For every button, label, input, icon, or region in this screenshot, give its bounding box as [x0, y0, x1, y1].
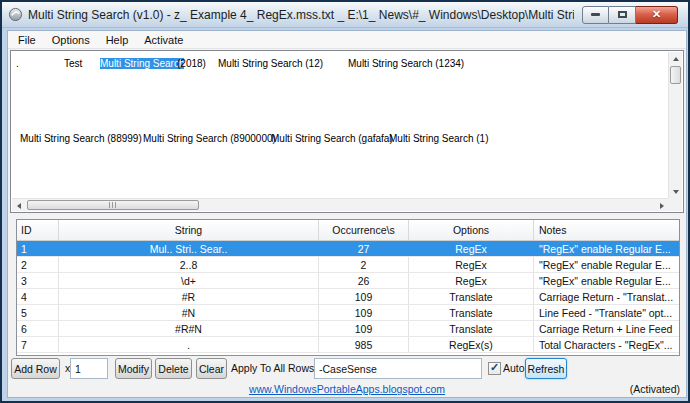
cell-string: #R	[59, 289, 319, 304]
menu-bar: FileOptionsHelpActivate	[8, 31, 686, 49]
minimize-button[interactable]	[582, 6, 609, 24]
minimize-icon	[591, 13, 600, 16]
cell-options: Translate	[409, 321, 534, 336]
table-row[interactable]: 22..82RegEx"RegEx" enable Regular E...	[17, 257, 679, 273]
viewer-text-segment: Test	[64, 58, 82, 69]
cell-id: 7	[17, 337, 59, 352]
auto-label: Auto	[503, 362, 525, 374]
cell-options: Translate	[409, 305, 534, 320]
viewer-text-segment: Multi String Search (88999)	[20, 133, 142, 144]
clear-button[interactable]: Clear	[196, 358, 227, 379]
cell-options: RegEx	[409, 241, 534, 256]
table-header-row: IDStringOccurrence\sOptionsNotes	[17, 220, 679, 241]
cell-occurrences: 985	[319, 337, 409, 352]
scrollbar-corner	[668, 198, 682, 211]
cell-occurrences: 109	[319, 305, 409, 320]
cell-string: #R#N	[59, 321, 319, 336]
close-button[interactable]: ✕	[636, 6, 678, 24]
table-row[interactable]: 6#R#N109TranslateCarriage Return + Line …	[17, 321, 679, 337]
vertical-scroll-thumb[interactable]	[670, 66, 681, 84]
controls-bar: Add Row x Modify Delete Clear Apply To A…	[8, 358, 686, 382]
cell-id: 6	[17, 321, 59, 336]
search-text-viewer[interactable]: .TestMulti String Search(2018)Multi Stri…	[10, 50, 684, 213]
cell-occurrences: 27	[319, 241, 409, 256]
add-row-button[interactable]: Add Row	[11, 358, 60, 379]
vertical-scrollbar[interactable]	[668, 52, 682, 198]
activated-status: (Activated)	[630, 383, 680, 395]
cell-occurrences: 109	[319, 289, 409, 304]
results-table: IDStringOccurrence\sOptionsNotes 1Mul.. …	[16, 219, 680, 356]
cell-notes: Carriage Return + Line Feed	[534, 321, 679, 336]
table-body: 1Mul.. Stri.. Sear..27RegEx"RegEx" enabl…	[17, 241, 679, 353]
menu-item-options[interactable]: Options	[44, 32, 98, 48]
viewer-text-segment: Multi String Search (1234)	[348, 58, 464, 69]
cell-string: #N	[59, 305, 319, 320]
title-bar: Multi String Search (v1.0) - z_ Example …	[2, 2, 688, 28]
auto-checkbox[interactable]: ✓	[488, 362, 501, 375]
checkmark-icon: ✓	[490, 362, 499, 373]
table-row[interactable]: 5#N109TranslateLine Feed - "Translate" o…	[17, 305, 679, 321]
table-row[interactable]: 7.985RegEx(s)Total Characters - "RegEx".…	[17, 337, 679, 353]
maximize-button[interactable]	[609, 6, 636, 24]
cell-id: 1	[17, 241, 59, 256]
cell-string: 2..8	[59, 257, 319, 272]
cell-notes: Line Feed - "Translate" opt...	[534, 305, 679, 320]
thumb-grip-icon	[109, 202, 117, 208]
app-window: Multi String Search (v1.0) - z_ Example …	[0, 0, 690, 403]
scroll-right-arrow-icon[interactable]	[655, 199, 668, 212]
window-title: Multi String Search (v1.0) - z_ Example …	[28, 8, 574, 22]
menu-item-help[interactable]: Help	[98, 32, 137, 48]
cell-notes: Total Characters - "RegEx"...	[534, 337, 679, 352]
row-count-input[interactable]	[70, 358, 108, 379]
column-header-id[interactable]: ID	[17, 220, 59, 240]
cell-id: 3	[17, 273, 59, 288]
menu-item-activate[interactable]: Activate	[136, 32, 191, 48]
cell-id: 4	[17, 289, 59, 304]
viewer-line-1: .TestMulti String Search(2018)Multi Stri…	[11, 58, 667, 72]
table-row[interactable]: 3\d+26RegEx"RegEx" enable Regular E...	[17, 273, 679, 289]
column-header-string[interactable]: String	[59, 220, 319, 240]
footer: www.WindowsPortableApps.blogspot.com (Ac…	[8, 383, 686, 399]
table-row[interactable]: 1Mul.. Stri.. Sear..27RegEx"RegEx" enabl…	[17, 241, 679, 257]
column-header-options[interactable]: Options	[409, 220, 534, 240]
menu-item-file[interactable]: File	[10, 32, 44, 48]
cell-notes: "RegEx" enable Regular E...	[534, 257, 679, 272]
horizontal-scroll-thumb[interactable]	[27, 200, 199, 210]
website-link[interactable]: www.WindowsPortableApps.blogspot.com	[8, 383, 686, 395]
cell-options: RegEx(s)	[409, 337, 534, 352]
viewer-text-segment: Multi String Search (8900000)	[143, 133, 276, 144]
viewer-text-segment: Multi String Search (gafafa)	[271, 133, 393, 144]
horizontal-scrollbar[interactable]	[12, 198, 668, 211]
cell-options: RegEx	[409, 257, 534, 272]
scroll-down-arrow-icon[interactable]	[669, 185, 682, 198]
viewer-text-segment: .	[16, 58, 19, 69]
viewer-line-2: Multi String Search (88999)Multi String …	[11, 133, 667, 147]
cell-notes: "RegEx" enable Regular E...	[534, 241, 679, 256]
cell-notes: Carriage Return - "Translat...	[534, 289, 679, 304]
viewer-text-segment: (2018)	[177, 58, 206, 69]
cell-occurrences: 109	[319, 321, 409, 336]
table-row[interactable]: 4#R109TranslateCarriage Return - "Transl…	[17, 289, 679, 305]
scroll-up-arrow-icon[interactable]	[669, 52, 682, 65]
cell-options: RegEx	[409, 273, 534, 288]
cell-occurrences: 2	[319, 257, 409, 272]
refresh-button[interactable]: Refresh	[525, 358, 567, 379]
column-header-notes[interactable]: Notes	[534, 220, 679, 240]
viewer-text-segment: Multi String Search (12)	[218, 58, 323, 69]
scroll-left-arrow-icon[interactable]	[12, 199, 25, 212]
cell-id: 5	[17, 305, 59, 320]
viewer-text-segment: Multi String Search (1)	[389, 133, 488, 144]
modify-button[interactable]: Modify	[115, 358, 152, 379]
apply-to-all-rows-input[interactable]	[314, 358, 482, 379]
cell-string: \d+	[59, 273, 319, 288]
maximize-icon	[618, 11, 627, 18]
app-icon	[8, 7, 23, 22]
column-header-occurrences[interactable]: Occurrence\s	[319, 220, 409, 240]
delete-button[interactable]: Delete	[155, 358, 192, 379]
cell-notes: "RegEx" enable Regular E...	[534, 273, 679, 288]
cell-string: .	[59, 337, 319, 352]
highlighted-match-text: Multi String Search	[100, 58, 184, 69]
close-icon: ✕	[652, 9, 661, 20]
window-controls: ✕	[582, 6, 678, 24]
cell-options: Translate	[409, 289, 534, 304]
